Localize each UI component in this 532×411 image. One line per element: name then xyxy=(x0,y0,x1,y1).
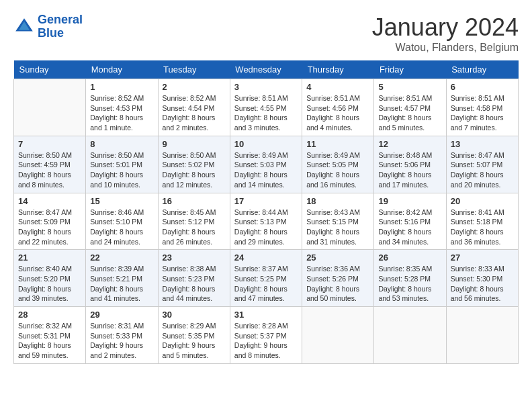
weekday-header: Friday xyxy=(374,60,446,79)
day-number: 17 xyxy=(234,196,298,206)
day-info: Sunrise: 8:42 AM Sunset: 5:16 PM Dayligh… xyxy=(378,208,441,247)
calendar-cell: 18Sunrise: 8:43 AM Sunset: 5:15 PM Dayli… xyxy=(302,193,374,250)
day-number: 8 xyxy=(90,139,153,149)
calendar-cell xyxy=(446,307,518,364)
weekday-header-row: SundayMondayTuesdayWednesdayThursdayFrid… xyxy=(14,60,519,79)
day-info: Sunrise: 8:32 AM Sunset: 5:31 PM Dayligh… xyxy=(18,321,81,361)
calendar-week-row: 21Sunrise: 8:40 AM Sunset: 5:20 PM Dayli… xyxy=(14,250,519,307)
calendar-cell: 8Sunrise: 8:50 AM Sunset: 5:01 PM Daylig… xyxy=(86,136,158,193)
calendar-cell: 31Sunrise: 8:28 AM Sunset: 5:37 PM Dayli… xyxy=(230,307,302,364)
day-number: 19 xyxy=(378,196,441,206)
day-number: 13 xyxy=(451,139,514,149)
calendar-cell: 24Sunrise: 8:37 AM Sunset: 5:25 PM Dayli… xyxy=(230,250,302,307)
day-info: Sunrise: 8:50 AM Sunset: 4:59 PM Dayligh… xyxy=(18,150,81,190)
title-block: January 2024 Watou, Flanders, Belgium xyxy=(372,13,519,54)
day-number: 2 xyxy=(163,82,226,92)
calendar-week-row: 7Sunrise: 8:50 AM Sunset: 4:59 PM Daylig… xyxy=(14,136,519,193)
day-number: 7 xyxy=(18,139,81,149)
calendar-cell: 12Sunrise: 8:48 AM Sunset: 5:06 PM Dayli… xyxy=(374,136,446,193)
day-info: Sunrise: 8:28 AM Sunset: 5:37 PM Dayligh… xyxy=(234,321,298,361)
calendar-cell: 9Sunrise: 8:50 AM Sunset: 5:02 PM Daylig… xyxy=(158,136,230,193)
day-number: 23 xyxy=(163,253,226,263)
day-number: 18 xyxy=(306,196,369,206)
day-number: 29 xyxy=(90,310,153,320)
day-info: Sunrise: 8:51 AM Sunset: 4:57 PM Dayligh… xyxy=(378,93,441,133)
logo-text: General Blue xyxy=(38,13,83,40)
weekday-header: Wednesday xyxy=(230,60,302,79)
weekday-header: Sunday xyxy=(14,60,86,79)
day-number: 22 xyxy=(90,253,153,263)
calendar-cell: 4Sunrise: 8:51 AM Sunset: 4:56 PM Daylig… xyxy=(302,79,374,136)
day-info: Sunrise: 8:51 AM Sunset: 4:56 PM Dayligh… xyxy=(306,93,369,133)
day-number: 31 xyxy=(234,310,298,320)
day-info: Sunrise: 8:43 AM Sunset: 5:15 PM Dayligh… xyxy=(306,208,369,247)
day-number: 12 xyxy=(378,139,441,149)
day-number: 16 xyxy=(163,196,226,206)
day-info: Sunrise: 8:37 AM Sunset: 5:25 PM Dayligh… xyxy=(234,264,298,304)
day-info: Sunrise: 8:51 AM Sunset: 4:55 PM Dayligh… xyxy=(234,93,298,133)
calendar-week-row: 1Sunrise: 8:52 AM Sunset: 4:53 PM Daylig… xyxy=(14,79,519,136)
day-number: 26 xyxy=(378,253,441,263)
day-info: Sunrise: 8:52 AM Sunset: 4:53 PM Dayligh… xyxy=(90,93,153,133)
day-info: Sunrise: 8:38 AM Sunset: 5:23 PM Dayligh… xyxy=(163,264,226,304)
day-info: Sunrise: 8:45 AM Sunset: 5:12 PM Dayligh… xyxy=(163,208,226,247)
day-number: 11 xyxy=(306,139,369,149)
calendar-cell: 21Sunrise: 8:40 AM Sunset: 5:20 PM Dayli… xyxy=(14,250,86,307)
day-info: Sunrise: 8:46 AM Sunset: 5:10 PM Dayligh… xyxy=(90,208,153,247)
day-number: 6 xyxy=(451,82,514,92)
day-info: Sunrise: 8:49 AM Sunset: 5:03 PM Dayligh… xyxy=(234,150,298,190)
day-info: Sunrise: 8:49 AM Sunset: 5:05 PM Dayligh… xyxy=(306,150,369,190)
calendar-cell: 10Sunrise: 8:49 AM Sunset: 5:03 PM Dayli… xyxy=(230,136,302,193)
day-number: 24 xyxy=(234,253,298,263)
day-info: Sunrise: 8:48 AM Sunset: 5:06 PM Dayligh… xyxy=(378,150,441,190)
calendar-cell: 2Sunrise: 8:52 AM Sunset: 4:54 PM Daylig… xyxy=(158,79,230,136)
day-number: 4 xyxy=(306,82,369,92)
day-number: 25 xyxy=(306,253,369,263)
calendar-cell: 27Sunrise: 8:33 AM Sunset: 5:30 PM Dayli… xyxy=(446,250,518,307)
logo: General Blue xyxy=(13,13,83,40)
logo-icon xyxy=(13,16,35,38)
day-info: Sunrise: 8:47 AM Sunset: 5:07 PM Dayligh… xyxy=(451,150,514,190)
calendar-cell: 29Sunrise: 8:31 AM Sunset: 5:33 PM Dayli… xyxy=(86,307,158,364)
calendar-cell: 16Sunrise: 8:45 AM Sunset: 5:12 PM Dayli… xyxy=(158,193,230,250)
calendar-cell: 22Sunrise: 8:39 AM Sunset: 5:21 PM Dayli… xyxy=(86,250,158,307)
day-number: 28 xyxy=(18,310,81,320)
day-number: 1 xyxy=(90,82,153,92)
calendar-cell: 7Sunrise: 8:50 AM Sunset: 4:59 PM Daylig… xyxy=(14,136,86,193)
calendar-cell: 14Sunrise: 8:47 AM Sunset: 5:09 PM Dayli… xyxy=(14,193,86,250)
day-info: Sunrise: 8:31 AM Sunset: 5:33 PM Dayligh… xyxy=(90,321,153,361)
day-info: Sunrise: 8:50 AM Sunset: 5:01 PM Dayligh… xyxy=(90,150,153,190)
day-info: Sunrise: 8:40 AM Sunset: 5:20 PM Dayligh… xyxy=(18,264,81,304)
day-number: 30 xyxy=(163,310,226,320)
calendar-table: SundayMondayTuesdayWednesdayThursdayFrid… xyxy=(13,60,519,364)
day-number: 5 xyxy=(378,82,441,92)
day-number: 27 xyxy=(451,253,514,263)
calendar-cell: 5Sunrise: 8:51 AM Sunset: 4:57 PM Daylig… xyxy=(374,79,446,136)
calendar-cell xyxy=(14,79,86,136)
day-info: Sunrise: 8:44 AM Sunset: 5:13 PM Dayligh… xyxy=(234,208,298,247)
calendar-cell: 28Sunrise: 8:32 AM Sunset: 5:31 PM Dayli… xyxy=(14,307,86,364)
weekday-header: Saturday xyxy=(446,60,518,79)
day-number: 14 xyxy=(18,196,81,206)
logo-line1: General xyxy=(38,13,83,26)
day-info: Sunrise: 8:51 AM Sunset: 4:58 PM Dayligh… xyxy=(451,93,514,133)
calendar-cell xyxy=(302,307,374,364)
calendar-cell: 6Sunrise: 8:51 AM Sunset: 4:58 PM Daylig… xyxy=(446,79,518,136)
day-info: Sunrise: 8:47 AM Sunset: 5:09 PM Dayligh… xyxy=(18,208,81,247)
calendar-cell: 20Sunrise: 8:41 AM Sunset: 5:18 PM Dayli… xyxy=(446,193,518,250)
weekday-header: Thursday xyxy=(302,60,374,79)
day-info: Sunrise: 8:33 AM Sunset: 5:30 PM Dayligh… xyxy=(451,264,514,304)
calendar-cell: 30Sunrise: 8:29 AM Sunset: 5:35 PM Dayli… xyxy=(158,307,230,364)
day-info: Sunrise: 8:41 AM Sunset: 5:18 PM Dayligh… xyxy=(451,208,514,247)
day-number: 21 xyxy=(18,253,81,263)
day-number: 9 xyxy=(163,139,226,149)
day-number: 20 xyxy=(451,196,514,206)
calendar-cell: 15Sunrise: 8:46 AM Sunset: 5:10 PM Dayli… xyxy=(86,193,158,250)
calendar-cell: 19Sunrise: 8:42 AM Sunset: 5:16 PM Dayli… xyxy=(374,193,446,250)
calendar-cell: 1Sunrise: 8:52 AM Sunset: 4:53 PM Daylig… xyxy=(86,79,158,136)
location-subtitle: Watou, Flanders, Belgium xyxy=(372,42,519,54)
page-header: General Blue January 2024 Watou, Flander… xyxy=(13,13,519,54)
day-info: Sunrise: 8:52 AM Sunset: 4:54 PM Dayligh… xyxy=(163,93,226,133)
calendar-week-row: 28Sunrise: 8:32 AM Sunset: 5:31 PM Dayli… xyxy=(14,307,519,364)
weekday-header: Tuesday xyxy=(158,60,230,79)
